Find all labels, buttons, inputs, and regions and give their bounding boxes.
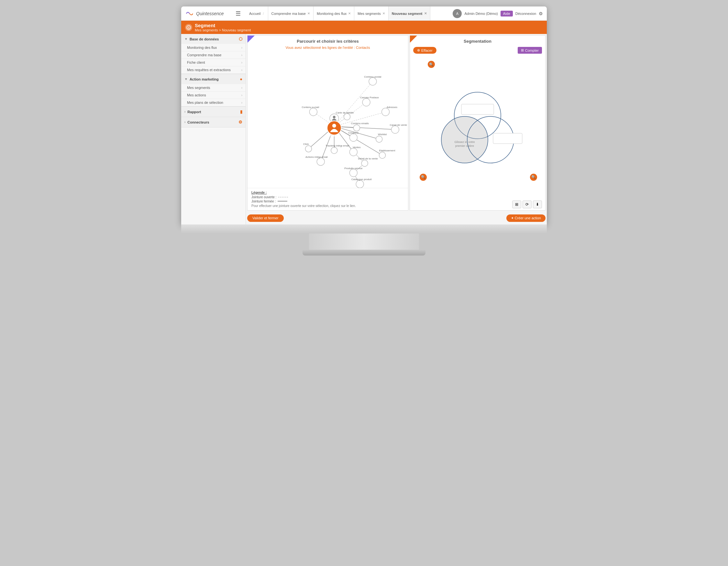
svg-text:Click: Click xyxy=(303,143,309,146)
svg-text:Contacts: Contacts xyxy=(328,134,340,137)
sidebar: ▼ Base de données ⬡ Monitoring des flux … xyxy=(181,34,246,225)
svg-text:Adresses: Adresses xyxy=(387,106,397,109)
sidebar-header-base-donnees[interactable]: ▼ Base de données ⬡ xyxy=(181,34,246,44)
bottom-actions: Valider et fermer ✦ Créer une action xyxy=(246,212,547,225)
sidebar-item-monitoring-flux[interactable]: Monitoring des flux › xyxy=(181,44,246,51)
sidebar-item-label: Mes segments xyxy=(187,86,210,90)
svg-rect-61 xyxy=(461,104,494,115)
tab-close-mes-segments[interactable]: ✕ xyxy=(382,12,385,15)
creer-action-button[interactable]: ✦ Créer une action xyxy=(506,215,546,222)
criteria-entity: Contacts xyxy=(356,46,370,50)
hamburger-button[interactable]: ☰ xyxy=(234,9,242,18)
user-name: Admin Démo (Démo) xyxy=(464,12,498,16)
svg-text:Glissez ici votre: Glissez ici votre xyxy=(454,140,475,144)
sidebar-section-connecteurs: › Connecteurs ⚙ xyxy=(181,117,246,128)
sidebar-item-mes-plans[interactable]: Mes plans de sélection › xyxy=(181,99,246,106)
table-icon: ⊞ xyxy=(515,202,518,207)
effacer-button[interactable]: ⊕ Effacer xyxy=(413,47,436,54)
svg-point-30 xyxy=(349,148,357,156)
gear-icon[interactable]: ⚙ xyxy=(539,11,543,16)
svg-point-38 xyxy=(327,121,341,135)
svg-point-31 xyxy=(379,152,386,159)
gear-icon: ⚙ xyxy=(238,120,242,125)
venn-search-bottom-right[interactable]: 🔍 xyxy=(530,174,537,181)
svg-point-26 xyxy=(376,136,382,142)
tab-monitoring[interactable]: Monitoring des flux ✕ xyxy=(314,6,354,20)
deconnexion-button[interactable]: Déconnexion xyxy=(515,12,536,16)
tab-close-comprendre[interactable]: ✕ xyxy=(307,12,310,15)
sidebar-header-connecteurs[interactable]: › Connecteurs ⚙ xyxy=(181,117,246,127)
venn-svg: Glissez ici votre premier critère xyxy=(419,85,536,169)
svg-text:Produits service: Produits service xyxy=(344,167,363,170)
target-icon: ● xyxy=(240,77,242,82)
tab-mes-segments[interactable]: Mes segments ✕ xyxy=(354,6,389,20)
svg-point-39 xyxy=(332,124,336,128)
logo-text: Quintessence xyxy=(196,11,224,16)
network-graph: Contenu postal Canvas Postaux Carte de f… xyxy=(248,52,408,188)
legend-closed-item: Jointure fermée : xyxy=(251,200,404,203)
sidebar-item-fiche-client[interactable]: Fiche client › xyxy=(181,59,246,66)
svg-text:Actions intégr.email: Actions intégr.email xyxy=(305,156,328,159)
segment-breadcrumb: Mes segments > Nouveau segment xyxy=(195,28,251,32)
sidebar-item-comprendre-base[interactable]: Comprendre ma base › xyxy=(181,51,246,59)
svg-text:Coupons: Coupons xyxy=(348,131,359,134)
svg-text:premier critère: premier critère xyxy=(455,144,474,148)
aide-button[interactable]: Aide xyxy=(501,11,513,17)
tab-nouveau-segment[interactable]: Nouveau segment ✕ xyxy=(389,6,430,20)
seg-icon-row: ⊞ ⟳ ⬇ xyxy=(410,199,545,210)
valider-button[interactable]: Valider et fermer xyxy=(247,215,284,222)
sidebar-label-connecteurs: Connecteurs xyxy=(187,120,209,124)
arrow-right-icon: › xyxy=(241,46,242,50)
table-view-button[interactable]: ⊞ xyxy=(512,201,521,208)
sidebar-item-mes-requetes[interactable]: Mes requêtes et extractions › xyxy=(181,66,246,74)
chevron-right-icon: › xyxy=(184,110,185,114)
network-svg: Contenu postal Canvas Postaux Carte de f… xyxy=(248,52,408,188)
refresh-button[interactable]: ⟳ xyxy=(523,201,532,208)
export-button[interactable]: ⬇ xyxy=(533,201,542,208)
sidebar-item-mes-segments[interactable]: Mes segments › xyxy=(181,84,246,92)
svg-point-25 xyxy=(349,134,357,141)
content-area: Parcourir et choisir les critères Vous a… xyxy=(246,34,547,225)
svg-point-19 xyxy=(369,78,377,85)
svg-text:Wishlist: Wishlist xyxy=(378,133,387,136)
sidebar-item-label: Monitoring des flux xyxy=(187,46,217,50)
export-icon: ⬇ xyxy=(536,202,539,207)
criteria-subtitle: Vous avez sélectionné les lignes de l'en… xyxy=(248,46,408,52)
seg-actions-row: ⊕ Effacer ⊞ Compter xyxy=(410,46,545,55)
svg-point-21 xyxy=(344,114,350,120)
venn-search-bottom-left[interactable]: 🔍 xyxy=(420,174,427,181)
chevron-down-icon: ▼ xyxy=(184,77,188,81)
sidebar-section-action-marketing: ▼ Action marketing ● Mes segments › Mes … xyxy=(181,74,246,107)
svg-point-32 xyxy=(317,158,325,166)
monitor-neck xyxy=(309,234,419,250)
svg-rect-62 xyxy=(493,133,522,144)
sidebar-section-base-donnees: ▼ Base de données ⬡ Monitoring des flux … xyxy=(181,34,246,74)
compter-button[interactable]: ⊞ Compter xyxy=(518,47,542,54)
arrow-right-icon: › xyxy=(241,53,242,57)
arrow-right-icon: › xyxy=(241,94,242,97)
user-avatar: A xyxy=(453,9,462,18)
sidebar-label-base-donnees: Base de données xyxy=(190,37,219,41)
table-icon: ⊞ xyxy=(521,48,524,52)
segment-bar: S Segment Mes segments > Nouveau segment xyxy=(181,21,547,34)
sidebar-header-rapport[interactable]: › Rapport ▮ xyxy=(181,107,246,117)
svg-point-24 xyxy=(353,125,360,131)
refresh-icon: ⟳ xyxy=(525,202,529,207)
sidebar-item-mes-actions[interactable]: Mes actions › xyxy=(181,92,246,99)
database-icon: ⬡ xyxy=(239,37,242,41)
svg-text:Canvas Postaux: Canvas Postaux xyxy=(360,96,379,99)
legend-area: Légende : Jointure ouverte : Jointure fe… xyxy=(248,188,408,210)
venn-search-top[interactable]: 🔍 xyxy=(428,61,435,68)
monitor-foot xyxy=(303,250,425,256)
tab-close-nouveau-segment[interactable]: ✕ xyxy=(424,12,427,15)
svg-point-28 xyxy=(305,146,312,152)
tab-comprendre[interactable]: Comprendre ma base ✕ xyxy=(268,6,314,20)
chart-icon: ▮ xyxy=(240,109,242,114)
sidebar-header-action-marketing[interactable]: ▼ Action marketing ● xyxy=(181,74,246,84)
tab-accueil[interactable]: Accueil / xyxy=(246,6,268,20)
sidebar-item-label: Fiche client xyxy=(187,61,205,64)
segment-title: Segment xyxy=(195,23,251,28)
tab-close-monitoring[interactable]: ✕ xyxy=(348,12,351,15)
sidebar-item-label: Mes requêtes et extractions xyxy=(187,68,231,72)
svg-text:Détail de la vente: Détail de la vente xyxy=(358,157,378,160)
